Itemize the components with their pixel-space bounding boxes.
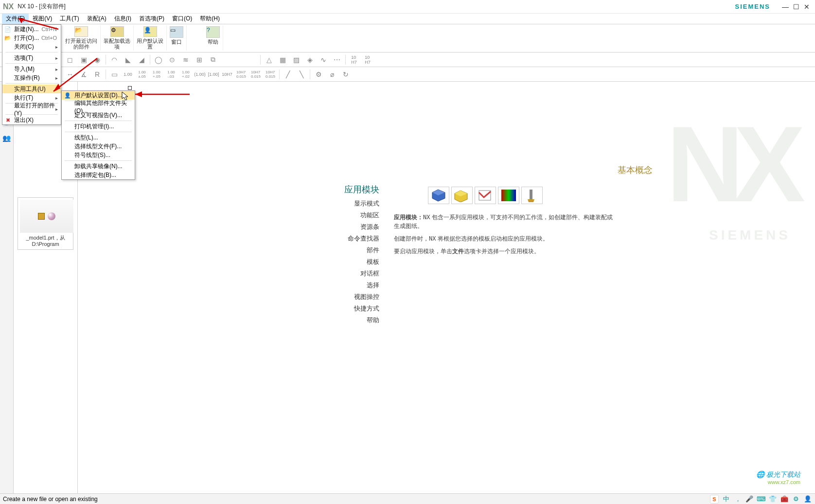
submenu-symbol-linetype[interactable]: 符号线型(S)...	[62, 151, 135, 159]
link-help[interactable]: 帮助	[367, 316, 379, 325]
tool-h7-1[interactable]: 10H7	[348, 54, 360, 66]
welcome-description: 应用模块：NX 包含一系列应用模块，可支持不同的工作流，如创建部件、构建装配或生…	[394, 213, 613, 256]
ime-mic-icon[interactable]: 🎤	[745, 495, 754, 504]
annotation-arrows	[10, 15, 204, 112]
svg-rect-5	[501, 190, 516, 201]
desc2a: 创建部件时，	[394, 235, 429, 242]
desc3b: 文件	[452, 248, 464, 255]
sogou-ime-icon[interactable]: S	[710, 495, 719, 504]
app-icons-row	[428, 187, 543, 204]
svg-rect-4	[479, 191, 491, 200]
logo-line1: 🌐 极光下载站	[756, 470, 800, 479]
minimize-button[interactable]: —	[781, 2, 790, 11]
tool-10h7b[interactable]: 10H70.015	[234, 69, 248, 80]
nx-logo: NX	[3, 2, 14, 11]
tool-dia[interactable]: ⌀	[326, 69, 338, 80]
tool-bracket2[interactable]: [1.00]	[207, 69, 220, 80]
tool-10h7d[interactable]: 10H70.015	[264, 69, 277, 80]
link-template[interactable]: 模板	[367, 258, 379, 266]
thumb-caption-1: _model1.prt，从	[26, 235, 65, 241]
thumbnail-preview	[20, 200, 73, 233]
svg-marker-11	[53, 84, 60, 91]
submenu-select-linetype[interactable]: 选择线型文件(F)...	[62, 142, 135, 151]
link-resource-bar[interactable]: 资源条	[360, 223, 379, 231]
exit-icon: ✖	[4, 117, 11, 123]
tool-probe1[interactable]: ╱	[282, 69, 294, 80]
sphere-icon	[48, 212, 55, 220]
ime-user-icon[interactable]: 👤	[803, 495, 812, 504]
close-button[interactable]: ✕	[802, 2, 811, 11]
ime-keyboard-icon[interactable]: ⌨	[757, 495, 765, 504]
apps-title: 应用模块	[336, 184, 379, 195]
tool-mirror[interactable]: ⧉	[207, 54, 219, 66]
tool-sweep[interactable]: ↻	[339, 69, 352, 80]
app-icon-drafting[interactable]	[451, 187, 473, 204]
ribbon-help-label: 帮助	[208, 39, 218, 45]
ime-toolbox-icon[interactable]: 🧰	[780, 495, 789, 504]
desc3a: 要启动应用模块，单击	[394, 248, 452, 255]
link-view-manip[interactable]: 视图操控	[354, 293, 379, 301]
tool-10h7a[interactable]: 10H7	[221, 69, 233, 80]
system-tray: S 中 ， 🎤 ⌨ 👕 🧰 ⚙ 👤	[710, 495, 812, 504]
window-title: NX 10 - [没有部件]	[18, 2, 66, 11]
svg-line-10	[53, 58, 97, 91]
svg-marker-13	[135, 91, 142, 97]
brand-label: SIEMENS	[735, 3, 770, 10]
tool-probe2[interactable]: ╲	[295, 69, 308, 80]
app-icon-manufacturing[interactable]	[521, 187, 543, 204]
app-icon-simulation[interactable]	[498, 187, 519, 204]
tool-section[interactable]: ▨	[290, 54, 302, 66]
submenu-unload-image[interactable]: 卸载共享镜像(N)...	[62, 162, 135, 171]
desc1a: 应用模块：	[394, 214, 423, 221]
maximize-button[interactable]: ☐	[792, 2, 800, 11]
ime-punct-icon[interactable]: ，	[733, 495, 742, 504]
rail-roles-icon[interactable]: 👥	[2, 133, 12, 143]
app-icon-modeling[interactable]	[428, 187, 449, 204]
ime-lang-indicator[interactable]: 中	[722, 495, 730, 504]
welcome-links: 显示模式 功能区 资源条 命令查找器 部件 模板 对话框 选择 视图操控 快捷方…	[336, 199, 379, 325]
watermark-nx: NX	[666, 121, 796, 208]
link-display-mode[interactable]: 显示模式	[354, 199, 379, 208]
status-bar: Create a new file or open an existing S …	[0, 493, 815, 504]
cube-icon	[38, 213, 45, 220]
canvas: NX SIEMENS 基本概念 应用模块 显示模式 功能区 资源条 命令查找器 …	[78, 82, 815, 500]
status-text: Create a new file or open an existing	[3, 496, 98, 503]
tool-surface[interactable]: ◈	[303, 54, 316, 66]
link-select[interactable]: 选择	[367, 281, 379, 290]
submenu-printer-admin[interactable]: 打印机管理(I)...	[62, 122, 135, 131]
svg-marker-7	[528, 199, 534, 202]
link-shortcut[interactable]: 快捷方式	[354, 304, 379, 313]
tool-gear[interactable]: ⚙	[312, 69, 325, 80]
link-dialog[interactable]: 对话框	[360, 269, 379, 278]
watermark-logo: 🌐 极光下载站 www.xz7.com	[756, 470, 800, 485]
watermark-siemens: SIEMENS	[709, 227, 791, 243]
app-icon-sheet[interactable]	[475, 187, 496, 204]
menu-exit[interactable]: ✖退出(X)	[2, 116, 61, 124]
ime-skin-icon[interactable]: 👕	[768, 495, 777, 504]
ime-settings-icon[interactable]: ⚙	[792, 495, 800, 504]
mouse-cursor	[122, 91, 129, 101]
tool-datum-grid[interactable]: ▦	[276, 54, 289, 66]
submenu-bind-pkg[interactable]: 选择绑定包(B)...	[62, 171, 135, 179]
tool-10h7c[interactable]: 10H70.015	[249, 69, 263, 80]
help-icon: ?	[206, 26, 220, 38]
ribbon-help[interactable]: ? 帮助	[203, 25, 223, 51]
svg-rect-6	[530, 190, 532, 199]
link-part[interactable]: 部件	[367, 246, 379, 255]
link-ribbon[interactable]: 功能区	[360, 211, 379, 220]
tool-curve[interactable]: ∿	[317, 54, 330, 66]
tool-more[interactable]: ⋯	[331, 54, 343, 66]
link-cmd-finder[interactable]: 命令查找器	[348, 234, 379, 243]
left-rail: 📁 🌐 🕘 👥	[0, 82, 14, 500]
tool-datum-triangle[interactable]: △	[263, 54, 275, 66]
svg-marker-9	[18, 18, 24, 23]
title-bar: NX NX 10 - [没有部件] SIEMENS — ☐ ✕	[0, 0, 815, 14]
thumb-caption-2: D:\Program	[32, 241, 59, 247]
history-thumbnail[interactable]: _model1.prt，从D:\Program	[18, 197, 73, 250]
svg-line-8	[18, 18, 58, 29]
submenu-visual-report[interactable]: 定义可视报告(V)...	[62, 111, 135, 120]
concepts-title: 基本概念	[618, 164, 653, 176]
tool-h7-2[interactable]: 10H7	[361, 54, 374, 66]
submenu-linetype[interactable]: 线型(L)...	[62, 133, 135, 142]
logo-line2: www.xz7.com	[756, 479, 800, 485]
